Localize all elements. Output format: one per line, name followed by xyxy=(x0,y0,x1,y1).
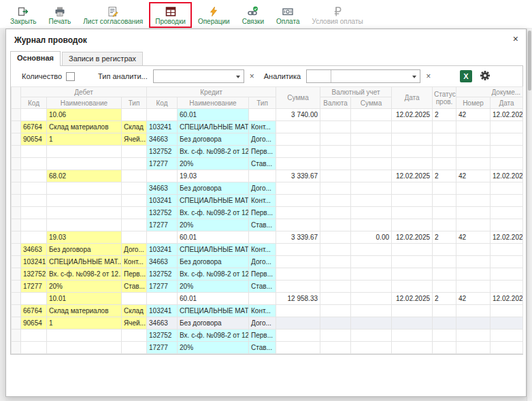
cell-currency[interactable] xyxy=(320,158,351,170)
cell-date[interactable] xyxy=(392,158,433,170)
toolbar-button-postings[interactable]: Проводки xyxy=(149,2,192,28)
cell-doc-date[interactable] xyxy=(491,133,523,146)
cell-debit-type[interactable]: Ячей... xyxy=(122,317,147,330)
cell-date[interactable] xyxy=(392,195,433,207)
vertical-scrollbar[interactable] xyxy=(527,29,532,401)
cell-debit-code[interactable] xyxy=(21,146,47,158)
cell-currency[interactable] xyxy=(320,219,351,231)
cell-status[interactable] xyxy=(433,219,456,231)
cell-sum[interactable] xyxy=(276,330,320,342)
table-row[interactable]: 132752Вх. с-ф. №098-2 от 12...Перв... xyxy=(12,146,523,158)
cell-debit-type[interactable]: Дого... xyxy=(122,244,147,256)
cell-currency[interactable] xyxy=(320,342,351,354)
cell-status[interactable]: 2 xyxy=(433,293,456,305)
cell-status[interactable] xyxy=(433,317,456,330)
cell-currency[interactable] xyxy=(320,317,351,330)
toolbar-button-close[interactable]: Закрыть xyxy=(4,2,43,28)
table-row[interactable]: 10.0160.0112 958.3312.02.202524212.02.20… xyxy=(12,293,523,305)
cell-currency[interactable] xyxy=(320,256,351,268)
cell-credit-code[interactable]: 34663 xyxy=(147,256,178,268)
cell-credit-name[interactable]: Без договора xyxy=(178,133,249,146)
cell-sum[interactable] xyxy=(276,256,320,268)
cell-credit-name[interactable]: 20% xyxy=(178,219,249,231)
cell-currency[interactable] xyxy=(320,330,351,342)
cell-debit-type[interactable]: Склад xyxy=(122,305,147,317)
cell-doc-number[interactable] xyxy=(456,121,491,133)
cell-sum[interactable] xyxy=(276,146,320,158)
row-select-margin[interactable] xyxy=(12,133,21,146)
cell-debit-name[interactable]: Вх. с-ф. №098-2 от 12... xyxy=(47,268,122,280)
cell-currency-sum[interactable] xyxy=(351,293,392,305)
cell-debit-code[interactable]: 17277 xyxy=(21,280,47,293)
cell-currency-sum[interactable] xyxy=(351,256,392,268)
cell-status[interactable] xyxy=(433,330,456,342)
cell-credit-type[interactable] xyxy=(249,293,276,305)
cell-currency[interactable] xyxy=(320,182,351,195)
cell-currency[interactable] xyxy=(320,207,351,219)
cell-currency-sum[interactable] xyxy=(351,280,392,293)
cell-credit-name[interactable]: 60.01 xyxy=(178,293,249,305)
cell-sum[interactable]: 3 740.00 xyxy=(276,109,320,121)
cell-currency-sum[interactable] xyxy=(351,170,392,182)
cell-doc-date[interactable] xyxy=(491,219,523,231)
row-select-margin[interactable] xyxy=(12,109,21,121)
cell-doc-date[interactable] xyxy=(491,317,523,330)
cell-debit-name[interactable]: 10.01 xyxy=(47,293,122,305)
row-select-margin[interactable] xyxy=(12,231,21,244)
cell-credit-type[interactable] xyxy=(249,109,276,121)
cell-date[interactable] xyxy=(392,244,433,256)
cell-status[interactable]: 2 xyxy=(433,170,456,182)
cell-doc-number[interactable] xyxy=(456,330,491,342)
settings-gear-button[interactable] xyxy=(479,70,491,82)
cell-currency-sum[interactable] xyxy=(351,182,392,195)
cell-sum[interactable]: 12 958.33 xyxy=(276,293,320,305)
cell-date[interactable] xyxy=(392,182,433,195)
cell-debit-type[interactable] xyxy=(122,219,147,231)
cell-credit-name[interactable]: 20% xyxy=(178,158,249,170)
cell-status[interactable] xyxy=(433,256,456,268)
row-select-margin[interactable] xyxy=(12,280,21,293)
cell-debit-code[interactable]: 34663 xyxy=(21,244,47,256)
cell-currency-sum[interactable] xyxy=(351,330,392,342)
cell-doc-number[interactable] xyxy=(456,317,491,330)
cell-status[interactable] xyxy=(433,146,456,158)
cell-currency[interactable] xyxy=(320,109,351,121)
cell-credit-code[interactable] xyxy=(147,293,178,305)
toolbar-button-operations[interactable]: Операции xyxy=(192,2,236,28)
cell-sum[interactable] xyxy=(276,317,320,330)
row-select-margin[interactable] xyxy=(12,305,21,317)
row-select-margin[interactable] xyxy=(12,256,21,268)
cell-date[interactable] xyxy=(392,330,433,342)
cell-status[interactable] xyxy=(433,207,456,219)
clear-analytics-type-button[interactable]: × xyxy=(248,71,256,82)
cell-debit-code[interactable] xyxy=(21,158,47,170)
cell-status[interactable] xyxy=(433,182,456,195)
cell-status[interactable] xyxy=(433,158,456,170)
cell-debit-name[interactable] xyxy=(47,207,122,219)
cell-doc-number[interactable] xyxy=(456,305,491,317)
cell-currency-sum[interactable] xyxy=(351,317,392,330)
cell-currency-sum[interactable] xyxy=(351,244,392,256)
cell-status[interactable] xyxy=(433,305,456,317)
cell-debit-code[interactable] xyxy=(21,293,47,305)
cell-debit-name[interactable] xyxy=(47,219,122,231)
cell-status[interactable]: 2 xyxy=(433,109,456,121)
toolbar-button-links[interactable]: Связки xyxy=(236,2,270,28)
cell-doc-date[interactable] xyxy=(491,280,523,293)
cell-debit-name[interactable]: СПЕЦИАЛЬНЫЕ МАТ... xyxy=(47,256,122,268)
cell-credit-code[interactable]: 103241 xyxy=(147,244,178,256)
cell-currency[interactable] xyxy=(320,244,351,256)
cell-doc-date[interactable]: 12.02.2025 xyxy=(491,293,523,305)
cell-credit-code[interactable]: 34663 xyxy=(147,133,178,146)
cell-sum[interactable]: 3 339.67 xyxy=(276,231,320,244)
cell-doc-number[interactable] xyxy=(456,158,491,170)
cell-doc-number[interactable] xyxy=(456,256,491,268)
cell-doc-number[interactable]: 42 xyxy=(456,170,491,182)
cell-sum[interactable] xyxy=(276,342,320,354)
cell-debit-code[interactable]: 90654 xyxy=(21,317,47,330)
cell-debit-code[interactable]: 103241 xyxy=(21,256,47,268)
table-row[interactable]: 103241СПЕЦИАЛЬНЫЕ МАТ...Конт... xyxy=(12,195,523,207)
cell-doc-number[interactable] xyxy=(456,146,491,158)
cell-date[interactable] xyxy=(392,305,433,317)
row-select-margin[interactable] xyxy=(12,207,21,219)
